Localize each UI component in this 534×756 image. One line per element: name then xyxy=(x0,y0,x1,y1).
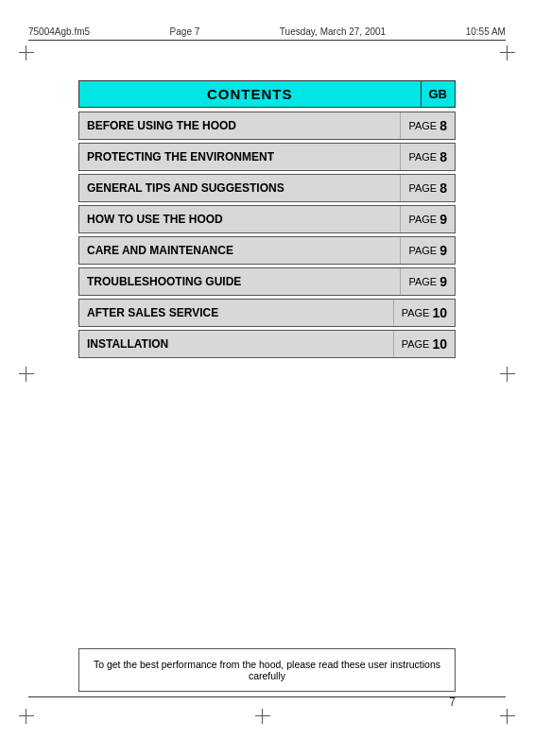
toc-page-text-1: PAGE xyxy=(408,120,437,131)
toc-page-text-6: PAGE xyxy=(408,276,437,287)
toc-row-4: HOW TO USE THE HOOD PAGE 9 xyxy=(78,205,456,233)
main-content: CONTENTS GB BEFORE USING THE HOOD PAGE 8… xyxy=(78,80,456,361)
toc-label-4: HOW TO USE THE HOOD xyxy=(79,206,400,232)
toc-label-6: TROUBLESHOOTING GUIDE xyxy=(79,268,400,295)
toc-label-2: PROTECTING THE ENVIRONMENT xyxy=(79,144,400,170)
toc-page-num-7: 10 xyxy=(432,305,447,320)
toc-page-1: PAGE 8 xyxy=(400,112,455,139)
header-filename: 75004Agb.fm5 xyxy=(28,26,90,37)
toc-page-num-3: 8 xyxy=(439,180,447,196)
toc-page-5: PAGE 9 xyxy=(400,237,455,264)
toc-label-5: CARE AND MAINTENANCE xyxy=(79,237,400,264)
toc-page-text-2: PAGE xyxy=(408,151,437,163)
contents-gb-label: GB xyxy=(421,80,456,108)
toc-page-text-3: PAGE xyxy=(408,182,437,194)
toc-label-7: AFTER SALES SERVICE xyxy=(79,300,393,326)
page-container: 75004Agb.fm5 Page 7 Tuesday, March 27, 2… xyxy=(0,0,534,756)
header-page-ref: Page 7 xyxy=(170,26,200,37)
toc-page-num-2: 8 xyxy=(439,149,447,164)
toc-page-2: PAGE 8 xyxy=(400,144,455,170)
toc-label-3: GENERAL TIPS AND SUGGESTIONS xyxy=(79,175,400,201)
toc-page-3: PAGE 8 xyxy=(400,175,455,201)
toc-row-5: CARE AND MAINTENANCE PAGE 9 xyxy=(78,236,456,265)
header-line xyxy=(28,40,506,41)
toc-page-6: PAGE 9 xyxy=(400,268,455,295)
toc-label-1: BEFORE USING THE HOOD xyxy=(79,112,400,139)
toc-page-num-4: 9 xyxy=(439,212,447,227)
crosshair-top-right xyxy=(500,45,515,60)
page-number: 7 xyxy=(449,696,456,709)
contents-header: CONTENTS GB xyxy=(78,80,456,108)
contents-title: CONTENTS xyxy=(78,80,421,108)
header-bar: 75004Agb.fm5 Page 7 Tuesday, March 27, 2… xyxy=(28,26,506,37)
crosshair-top-left xyxy=(19,45,34,60)
bottom-line xyxy=(28,696,506,697)
toc-label-8: INSTALLATION xyxy=(79,331,393,357)
toc-page-num-6: 9 xyxy=(439,274,447,289)
crosshair-bottom-left xyxy=(19,709,34,724)
toc-page-4: PAGE 9 xyxy=(400,206,455,232)
toc-page-text-5: PAGE xyxy=(408,245,437,256)
crosshair-mid-right xyxy=(500,367,515,382)
crosshair-bottom-mid xyxy=(255,709,270,724)
toc-page-num-8: 10 xyxy=(432,336,447,352)
toc-row-6: TROUBLESHOOTING GUIDE PAGE 9 xyxy=(78,267,456,296)
toc-page-num-1: 8 xyxy=(439,118,447,133)
header-day: Tuesday, March 27, 2001 xyxy=(280,26,386,37)
toc-row-2: PROTECTING THE ENVIRONMENT PAGE 8 xyxy=(78,143,456,171)
toc-page-8: PAGE 10 xyxy=(393,331,455,357)
toc-page-num-5: 9 xyxy=(439,243,447,258)
toc-row-7: AFTER SALES SERVICE PAGE 10 xyxy=(78,299,456,327)
crosshair-bottom-right xyxy=(500,709,515,724)
toc-row-3: GENERAL TIPS AND SUGGESTIONS PAGE 8 xyxy=(78,174,456,202)
bottom-note: To get the best performance from the hoo… xyxy=(78,648,456,692)
toc-page-text-7: PAGE xyxy=(402,307,430,318)
toc-row-8: INSTALLATION PAGE 10 xyxy=(78,330,456,358)
crosshair-mid-left xyxy=(19,367,34,382)
toc-row-1: BEFORE USING THE HOOD PAGE 8 xyxy=(78,112,456,140)
toc-page-text-8: PAGE xyxy=(402,338,430,350)
toc-page-7: PAGE 10 xyxy=(393,300,455,326)
toc-page-text-4: PAGE xyxy=(408,214,437,225)
header-time: 10:55 AM xyxy=(466,26,506,37)
